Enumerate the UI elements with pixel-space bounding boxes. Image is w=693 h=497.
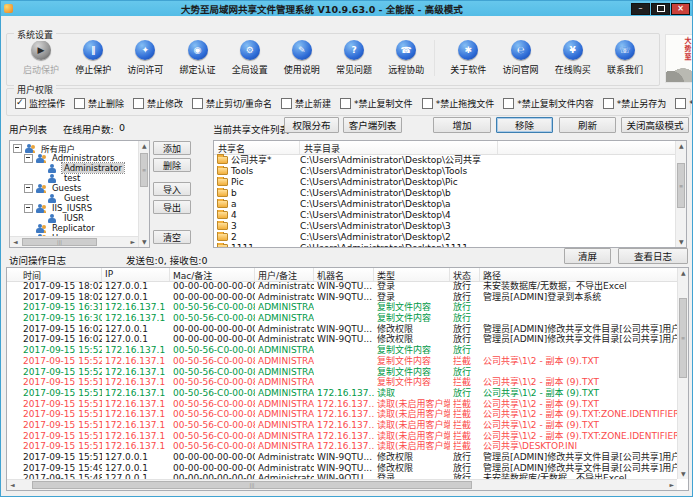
- scroll-up-icon[interactable]: ▲: [681, 270, 686, 276]
- import-button[interactable]: 导入: [153, 182, 191, 196]
- share-vscroll-thumb[interactable]: ≡: [677, 163, 685, 208]
- permission-checkbox[interactable]: *禁止复制文件: [340, 97, 413, 110]
- scroll-up-icon[interactable]: ▲: [679, 143, 684, 149]
- export-button[interactable]: 导出: [153, 200, 191, 214]
- tree-item[interactable]: Replicator: [10, 223, 138, 233]
- tree-item[interactable]: IUSR: [10, 213, 138, 223]
- permission-checkbox[interactable]: 监控操作: [15, 97, 65, 110]
- scroll-right-icon[interactable]: ►: [130, 239, 135, 245]
- add-user-button[interactable]: 添加: [153, 141, 191, 155]
- toolbar-button[interactable]: ▶ 启动保护: [17, 40, 65, 76]
- expander-icon[interactable]: [24, 154, 33, 163]
- permission-checkbox[interactable]: *禁止拖拽文件: [422, 97, 495, 110]
- tree-item[interactable]: Administrator: [10, 163, 138, 173]
- column-header-share-name[interactable]: 共享名: [214, 141, 300, 154]
- restore-button[interactable]: [651, 3, 670, 15]
- tree-item[interactable]: test: [10, 173, 138, 183]
- share-row[interactable]: 3 C:\Users\Administrator\Desktop\3: [214, 220, 675, 231]
- tree-horizontal-scrollbar[interactable]: ◄ ||| ►: [10, 236, 138, 247]
- log-row[interactable]: 2017-09-15 15:51:54 172.16.137.1 00-50-5…: [7, 377, 677, 388]
- log-row[interactable]: 2017-09-15 16:02:47 127.0.0.1 00-00-00-0…: [7, 324, 677, 335]
- log-row[interactable]: 2017-09-15 18:02:36 127.0.0.1 00-00-00-0…: [7, 292, 677, 303]
- log-row[interactable]: 2017-09-15 15:49:10 127.0.0.1 00-00-00-0…: [7, 463, 677, 474]
- log-row[interactable]: 2017-09-15 15:51:50 172.16.137.1 00-50-5…: [7, 388, 677, 399]
- close-button[interactable]: ×: [671, 3, 690, 15]
- delete-user-button[interactable]: 删除: [153, 158, 191, 172]
- share-row[interactable]: b C:\Users\Administrator\Desktop\b: [214, 187, 675, 198]
- column-header-share-dir[interactable]: 共享目录: [300, 141, 498, 154]
- close-advanced-mode-button[interactable]: 关闭高级模式: [621, 117, 689, 133]
- clear-screen-button[interactable]: 清屏: [564, 248, 611, 264]
- column-header-time[interactable]: 时间: [7, 268, 102, 281]
- share-vertical-scrollbar[interactable]: ▲ ≡ ▼: [675, 141, 686, 247]
- add-share-button[interactable]: 增加: [433, 117, 491, 133]
- column-header-ip[interactable]: IP: [102, 268, 170, 281]
- minimize-button[interactable]: –: [631, 3, 650, 15]
- log-hscroll-thumb[interactable]: |||: [32, 481, 472, 489]
- permission-checkbox[interactable]: 禁止新建: [281, 97, 331, 110]
- log-row[interactable]: 2017-09-15 15:52:23 172.16.137.1 00-50-5…: [7, 356, 677, 367]
- column-header-status[interactable]: 状态: [450, 268, 480, 281]
- log-row[interactable]: 2017-09-15 15:51:27 172.16.137.1 00-50-5…: [7, 431, 677, 442]
- toolbar-button[interactable]: ◉ 绑定认证: [174, 40, 222, 76]
- permission-checkbox[interactable]: *禁止打印: [675, 97, 693, 110]
- log-row[interactable]: 2017-09-15 18:02:37 127.0.0.1 00-00-00-0…: [7, 281, 677, 292]
- scroll-left-icon[interactable]: ◄: [10, 482, 15, 488]
- toolbar-button[interactable]: ℮ 访问官网: [497, 40, 545, 76]
- remove-share-button[interactable]: 移除: [496, 117, 553, 133]
- scroll-left-icon[interactable]: ◄: [13, 239, 18, 245]
- toolbar-button[interactable]: ⚙ 全局设置: [226, 40, 274, 76]
- permission-checkbox[interactable]: 禁止删除: [74, 97, 124, 110]
- expander-icon[interactable]: [24, 184, 33, 193]
- log-row[interactable]: 2017-09-15 15:51:24 172.16.137.1 00-50-5…: [7, 441, 677, 452]
- tree-item[interactable]: Guests: [10, 183, 138, 193]
- share-row[interactable]: 1111 C:\Users\Administrator\Desktop\1111: [214, 242, 675, 247]
- log-row[interactable]: 2017-09-15 16:30:26 172.16.137.1 00-50-5…: [7, 313, 677, 324]
- scroll-up-icon[interactable]: ▲: [142, 143, 147, 149]
- client-list-button[interactable]: 客户端列表: [343, 117, 402, 133]
- log-vertical-scrollbar[interactable]: ▲ ≡ ▼: [677, 268, 688, 479]
- toolbar-button[interactable]: ? 常见问题: [330, 40, 378, 76]
- toolbar-button[interactable]: ☎ 远程协助: [382, 40, 430, 76]
- log-row[interactable]: 2017-09-15 15:52:17 172.16.137.1 00-50-5…: [7, 367, 677, 378]
- scroll-down-icon[interactable]: ▼: [142, 239, 147, 245]
- toolbar-button[interactable]: ✱ 关于软件: [434, 40, 492, 76]
- column-header-type[interactable]: 类型: [374, 268, 450, 281]
- permission-distribution-button[interactable]: 权限分布: [284, 117, 339, 133]
- share-row[interactable]: 公司共享* C:\Users\Administrator\Desktop\公司共…: [214, 154, 675, 165]
- column-header-path[interactable]: 路径: [480, 268, 677, 281]
- log-row[interactable]: 2017-09-15 15:51:33 172.16.137.1 00-50-5…: [7, 399, 677, 410]
- refresh-button[interactable]: 刷新: [559, 117, 616, 133]
- toolbar-button[interactable]: ‖ 停止保护: [69, 40, 117, 76]
- tree-item[interactable]: Administrators: [10, 153, 138, 163]
- column-header-machine[interactable]: 机器名: [314, 268, 374, 281]
- tree-item[interactable]: 所有用户: [10, 143, 138, 153]
- scroll-down-icon[interactable]: ▼: [679, 239, 684, 245]
- permission-checkbox[interactable]: *禁止复制文件内容: [503, 97, 594, 110]
- log-vscroll-thumb[interactable]: ≡: [679, 298, 687, 378]
- permission-checkbox[interactable]: 禁止修改: [133, 97, 183, 110]
- log-row[interactable]: 2017-09-15 15:51:33 172.16.137.1 00-50-5…: [7, 409, 677, 420]
- log-row[interactable]: 2017-09-15 15:51:27 172.16.137.1 00-50-5…: [7, 420, 677, 431]
- tree-vertical-scrollbar[interactable]: ▲ ≡ ▼: [138, 141, 149, 247]
- log-horizontal-scrollbar[interactable]: ◄ ||| ►: [7, 479, 677, 490]
- scroll-right-icon[interactable]: ►: [669, 482, 674, 488]
- scroll-down-icon[interactable]: ▼: [681, 471, 686, 477]
- toolbar-button[interactable]: ¥ 在线购买: [549, 40, 597, 76]
- tree-item[interactable]: Guest: [10, 193, 138, 203]
- share-row[interactable]: a C:\Users\Administrator\Desktop\a: [214, 198, 675, 209]
- toolbar-button[interactable]: ✦ 访问许可: [121, 40, 169, 76]
- toolbar-button[interactable]: ✎ 使用说明: [278, 40, 326, 76]
- log-row[interactable]: 2017-09-15 15:52:26 172.16.137.1 00-50-5…: [7, 345, 677, 356]
- share-row[interactable]: Pic C:\Users\Administrator\Desktop\Pic: [214, 176, 675, 187]
- share-row[interactable]: 4 C:\Users\Administrator\Desktop\4: [214, 209, 675, 220]
- clear-button[interactable]: 清空: [153, 230, 191, 244]
- tree-hscroll-thumb[interactable]: |||: [22, 238, 97, 246]
- log-row[interactable]: 2017-09-15 15:51:12 127.0.0.1 00-00-00-0…: [7, 452, 677, 463]
- expander-icon[interactable]: [13, 144, 22, 153]
- expander-icon[interactable]: [24, 204, 33, 213]
- column-header-user[interactable]: 用户/备注: [255, 268, 314, 281]
- tree-vscroll-thumb[interactable]: ≡: [140, 153, 148, 187]
- view-log-button[interactable]: 查看日志: [618, 248, 688, 264]
- share-row[interactable]: Tools C:\Users\Administrator\Desktop\Too…: [214, 165, 675, 176]
